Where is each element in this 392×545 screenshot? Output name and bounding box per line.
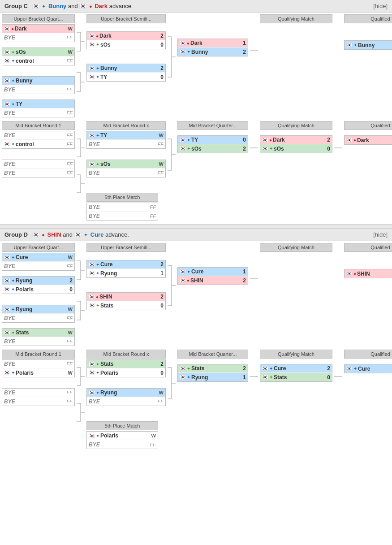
race-stats-mx: ✦	[96, 362, 99, 367]
mid-r1-label-d: Mid Bracket Round 1	[2, 350, 75, 359]
sf-match-cure-ryung: 🇰🇷 ✦ Cure 2 🇰🇷 ✦ Ryung 1	[86, 260, 166, 278]
name-shin-sf: SHIN	[99, 294, 156, 300]
sf-match-bunny-ty: 🇰🇷 ✦ Bunny 2 🇰🇷 ✦ TY 0	[86, 64, 166, 82]
result-ryung-d2: W	[63, 307, 73, 312]
col-mid-r1-c: Mid Bracket Round 1 BYE FF 🇰🇷 ✦ control …	[2, 121, 75, 177]
name-bunny-q: Bunny	[16, 78, 63, 84]
fifth-place-match-d: 🇰🇷 ✦ Polaris W BYE FF	[86, 431, 158, 449]
result-control: FF	[63, 58, 73, 64]
row-stats-d: 🇰🇷 ✦ Stats W	[2, 329, 74, 337]
flag-control: 🇰🇷	[4, 58, 10, 64]
score-sos-sf: 0	[156, 42, 164, 48]
name-bye-mx: BYE	[89, 141, 154, 147]
mid-rx-label-c: Mid Bracket Round x	[86, 121, 166, 130]
result-bye-md1: FF	[63, 361, 73, 367]
fifth-row-bye2: BYE FF	[87, 212, 158, 220]
name-bye-mx2: BYE	[89, 170, 154, 176]
group-c-title: Group C 🇰🇷 ✦ Bunny and 🇰🇷 ● Dark advance…	[4, 3, 133, 9]
name-polaris-m: Polaris	[16, 370, 63, 376]
name-dark-ql: Dark	[357, 137, 392, 143]
race-cure-mqm: ✦	[269, 366, 273, 371]
group-d-label: Group D	[4, 231, 28, 238]
name-shin-ql: SHIN	[357, 271, 392, 277]
score-polaris-mx: 0	[156, 370, 164, 376]
result-bye6: FF	[63, 170, 73, 176]
name-bye3: BYE	[4, 110, 63, 116]
flag-sos-mqm: 🇰🇷	[262, 146, 268, 151]
result-bye4: FF	[63, 133, 73, 138]
row-bye-d1: BYE FF	[2, 262, 74, 270]
flag-polaris-m: 🇰🇷	[4, 370, 10, 376]
race-ty-mx: ✦	[96, 133, 99, 138]
flag-control-m: 🇰🇷	[4, 141, 10, 147]
mid-qm-row-dark: 🇰🇷 ● Dark 2	[260, 136, 332, 144]
row-polaris-d: 🇰🇷 ✦ Polaris 0	[2, 285, 74, 294]
flag-stats-qtr: 🇰🇷	[180, 366, 186, 372]
score-cure-sf: 2	[156, 261, 164, 268]
flag-cure-ql: 🇰🇷	[346, 366, 353, 372]
group-c-label: Group C	[4, 3, 28, 9]
qm-row-shin: 🇰🇷 ● SHIN 2	[178, 276, 248, 285]
row-bye-d2: BYE FF	[2, 314, 74, 322]
result-bye5: FF	[63, 161, 73, 167]
result-bye3: FF	[63, 110, 73, 116]
flag-ty-mx: 🇰🇷	[89, 133, 95, 138]
ql-row-shin: 🇰🇷 ● SHIN	[345, 269, 392, 278]
race-control: ✦	[11, 58, 15, 63]
race-cure-d: ✦	[11, 255, 15, 260]
name-cure-d: Cure	[16, 254, 63, 260]
name-ryung-mx: Ryung	[100, 389, 154, 396]
name-shin-qm: SHIN	[190, 277, 239, 284]
advance-and: and	[68, 3, 79, 9]
fifth-result1: FF	[146, 204, 156, 210]
result-bye-d3: FF	[63, 339, 73, 344]
race-sos-qtr: ✦	[187, 146, 190, 151]
mid-row-bye-d1: BYE FF	[2, 360, 74, 368]
race-polaris-5th: ✦	[96, 433, 99, 438]
race-dark: ●	[11, 26, 14, 31]
row-bye3: BYE FF	[2, 108, 74, 117]
mid-row-control: 🇰🇷 ✦ control FF	[2, 140, 74, 148]
score-shin-qm: 2	[239, 277, 246, 284]
name-bunny-sf: Bunny	[100, 65, 156, 71]
qualified-bunny: 🇰🇷 ✦ Bunny	[344, 40, 392, 50]
mid-row-bye-d2: BYE FF	[2, 389, 74, 397]
col-mid-qm-d: Qualifying Match 🇰🇷 ✦ Cure 2 🇰🇷 ✦ Stats …	[260, 350, 332, 382]
flag-ryung-d: 🇰🇷	[4, 278, 10, 284]
row-ty-q: 🇰🇷 ✦ TY	[2, 100, 74, 108]
row-sos-q: 🇰🇷 ✦ sOs W	[2, 48, 74, 56]
race-icon-cure: ✦	[84, 232, 88, 238]
fifth-row-polaris: 🇰🇷 ✦ Polaris W	[87, 432, 158, 440]
flag-ryung-qtr: 🇰🇷	[180, 374, 186, 380]
group-d-header: Group D 🇰🇷 ● SHIN and 🇰🇷 ✦ Cure advance.…	[0, 229, 392, 241]
advance-name-bunny: Bunny	[48, 3, 66, 9]
race-ryung-d: ✦	[11, 278, 15, 283]
race-bunny-ql: ✦	[353, 43, 357, 48]
flag-cure-qm: 🇰🇷	[180, 269, 186, 275]
qm-row-dark: 🇰🇷 ● Dark 1	[178, 39, 248, 48]
flag-c1: 🇰🇷	[32, 3, 39, 9]
qm-row-bunny: 🇰🇷 ✦ Bunny 2	[178, 48, 248, 56]
col-qm-d: Qualifying Match	[260, 243, 332, 259]
ql-row-cure: 🇰🇷 ✦ Cure	[345, 364, 392, 373]
name-sos-mqm: sOs	[274, 146, 323, 152]
flag-cure-d: 🇰🇷	[4, 255, 10, 260]
name-bye-d3: BYE	[4, 338, 63, 345]
qm-match-dark-bunny: 🇰🇷 ● Dark 1 🇰🇷 ✦ Bunny 2	[177, 39, 248, 56]
hide-link-d[interactable]: [hide]	[373, 231, 388, 238]
result-bye-d1: FF	[63, 264, 73, 269]
hide-link-c[interactable]: [hide]	[373, 3, 388, 9]
race-icon-dark: ●	[89, 4, 92, 9]
flag-dark: 🇰🇷	[4, 26, 10, 32]
race-dark-mqm: ●	[269, 138, 272, 143]
flag-polaris-d: 🇰🇷	[4, 286, 10, 292]
col-upper-sf-d: Upper Bracket Semifi... 🇰🇷 ✦ Cure 2 🇰🇷 ✦…	[86, 243, 166, 310]
col-mid-r1-d: Mid Bracket Round 1 BYE FF 🇰🇷 ✦ Polaris …	[2, 350, 75, 406]
col-mid-rx-d: Mid Bracket Round x 🇰🇷 ✦ Stats 2 🇰🇷 ✦ Po…	[86, 350, 166, 449]
flag-d1: 🇰🇷	[32, 231, 39, 238]
result-bye-md3: FF	[63, 399, 73, 404]
col-qm-conn-c: spacer 🇰🇷 ● Dark 1 🇰🇷 ✦ Bunny 2	[177, 14, 248, 56]
race-polaris-d: ✦	[11, 287, 15, 292]
mid-qtr-row-stats: 🇰🇷 ✦ Stats 2	[178, 364, 248, 373]
name-sos-q: sOs	[16, 49, 63, 55]
